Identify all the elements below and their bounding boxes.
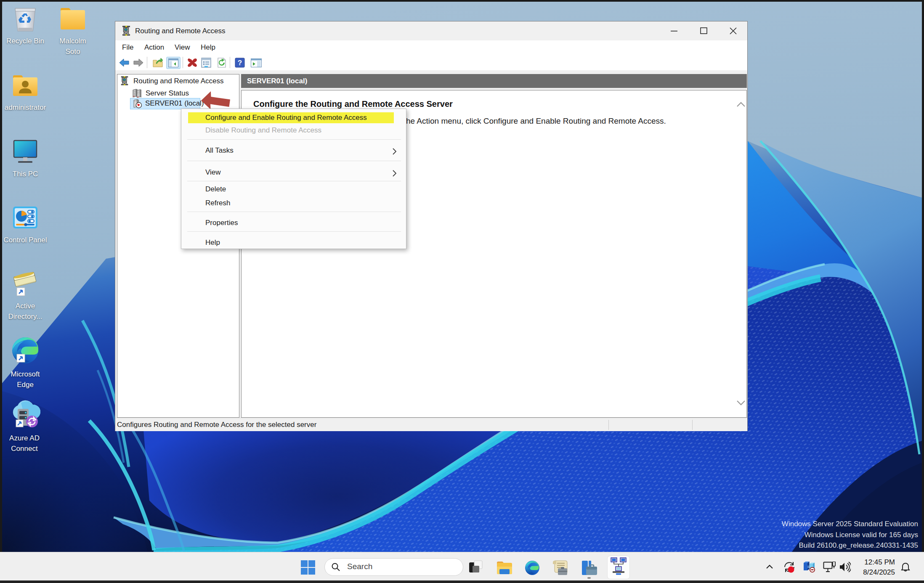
svg-text:?: ? [238, 59, 242, 67]
